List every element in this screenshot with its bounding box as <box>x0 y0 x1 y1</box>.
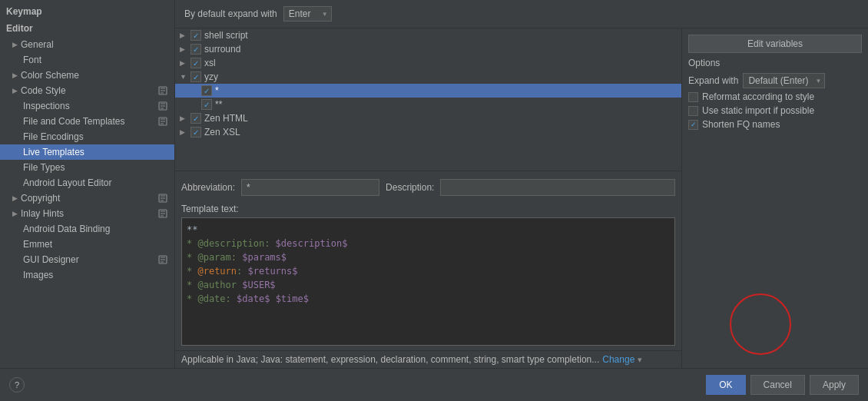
options-section: Options Expand with Default (Enter) Ente… <box>688 58 862 130</box>
abbreviation-section: Abbreviation: Description: <box>175 171 681 204</box>
tree-item-label: Zen HTML <box>204 113 248 124</box>
tree-checkbox[interactable] <box>190 127 201 138</box>
tree-item-xsl[interactable]: ▶ xsl <box>175 56 681 70</box>
main-content: By default expand with Enter Tab Space <box>175 0 868 368</box>
tree-item-yzy[interactable]: ▼ yzy <box>175 70 681 84</box>
static-import-label: Use static import if possible <box>702 105 814 116</box>
tree-arrow-icon: ▶ <box>180 59 190 67</box>
sidebar-item-label: File Encodings <box>23 131 84 142</box>
tree-container: ▶ shell script ▶ surround <box>175 28 681 171</box>
static-import-checkbox[interactable] <box>688 106 698 116</box>
sidebar-item-label: File and Code Templates <box>23 116 125 127</box>
shorten-fq-checkbox[interactable] <box>688 120 698 130</box>
tree-item-shell-script[interactable]: ▶ shell script <box>175 28 681 42</box>
tree-checkbox[interactable] <box>201 99 212 110</box>
reformat-checkbox[interactable] <box>688 92 698 102</box>
tree-checkbox[interactable] <box>201 85 212 96</box>
sidebar-item-label: Android Layout Editor <box>23 177 111 188</box>
tree-checkbox[interactable] <box>190 30 201 41</box>
ok-button[interactable]: OK <box>706 375 745 395</box>
expand-dropdown[interactable]: Enter Tab Space <box>283 6 332 22</box>
applicable-row: Applicable in Java; Java: statement, exp… <box>175 350 681 368</box>
reformat-row: Reformat according to style <box>688 91 862 102</box>
reformat-label: Reformat according to style <box>702 91 814 102</box>
sidebar-item-general[interactable]: ▶ General <box>0 37 174 52</box>
sidebar-item-android-data-binding[interactable]: Android Data Binding <box>0 221 174 237</box>
sidebar-item-live-templates[interactable]: Live Templates <box>0 144 174 160</box>
dialog-footer: ? OK Cancel Apply <box>0 368 868 401</box>
edit-variables-button[interactable]: Edit variables <box>688 35 862 53</box>
tree-item-surround[interactable]: ▶ surround <box>175 42 681 56</box>
template-text-section: Template text: ** * @description: $descr… <box>175 204 681 350</box>
sidebar-item-label: General <box>21 39 54 50</box>
sidebar-item-gui-designer[interactable]: GUI Designer <box>0 252 174 267</box>
sidebar-item-label: Live Templates <box>23 147 84 157</box>
sidebar-item-file-encodings[interactable]: File Encodings <box>0 129 174 144</box>
tree-checkbox[interactable] <box>190 44 201 55</box>
keymap-section: Keymap <box>0 3 174 20</box>
sidebar-item-file-and-code-templates[interactable]: File and Code Templates <box>0 114 174 129</box>
tree-checkbox[interactable] <box>190 58 201 68</box>
change-link[interactable]: Change <box>602 354 634 365</box>
options-label: Options <box>688 58 862 68</box>
sidebar-item-images[interactable]: Images <box>0 267 174 283</box>
tree-item-yzy-star[interactable]: * <box>175 84 681 98</box>
chevron-down-icon: ▾ <box>638 355 642 365</box>
arrow-icon: ▶ <box>12 71 18 79</box>
sidebar-item-file-types[interactable]: File Types <box>0 160 174 175</box>
tree-item-zen-xsl[interactable]: ▶ Zen XSL <box>175 125 681 139</box>
tree-checkbox[interactable] <box>190 113 201 124</box>
template-editor[interactable]: ** * @description: $description$ * @para… <box>181 217 675 346</box>
arrow-icon: ▶ <box>12 87 18 94</box>
editor-section: Editor <box>0 20 174 37</box>
template-label: Template text: <box>181 204 675 214</box>
sidebar-item-label: Emmet <box>23 239 52 250</box>
tree-item-label: * <box>215 85 219 96</box>
tree-item-zen-html[interactable]: ▶ Zen HTML <box>175 111 681 125</box>
sidebar-item-color-scheme[interactable]: ▶ Color Scheme <box>0 68 174 83</box>
sidebar-item-label: Inlay Hints <box>21 208 64 219</box>
arrow-icon: ▶ <box>12 210 18 217</box>
sidebar-item-label: Copyright <box>21 193 60 204</box>
sidebar-item-label: Android Data Binding <box>23 224 110 234</box>
tree-arrow-icon: ▶ <box>180 45 190 53</box>
sidebar-item-android-layout-editor[interactable]: Android Layout Editor <box>0 175 174 191</box>
expand-with-dropdown[interactable]: Default (Enter) Enter Tab Space <box>743 73 825 88</box>
expand-label: By default expand with <box>184 8 277 19</box>
sidebar-item-copyright[interactable]: ▶ Copyright <box>0 191 174 206</box>
sidebar-item-label: File Types <box>23 162 65 173</box>
gear-icon <box>157 208 168 219</box>
tree-item-label: xsl <box>204 58 216 68</box>
gear-icon <box>157 116 168 127</box>
help-icon[interactable]: ? <box>9 377 25 393</box>
tree-item-label: shell script <box>204 30 248 41</box>
sidebar-item-inlay-hints[interactable]: ▶ Inlay Hints <box>0 206 174 221</box>
expand-dropdown-wrapper[interactable]: Enter Tab Space <box>283 6 332 22</box>
gear-icon <box>157 254 168 265</box>
detail-panel: Edit variables Options Expand with Defau… <box>682 28 868 368</box>
sidebar-item-emmet[interactable]: Emmet <box>0 237 174 252</box>
expand-with-label: Expand with <box>688 75 738 86</box>
split-area: ▶ shell script ▶ surround <box>175 28 868 368</box>
abbr-row: Abbreviation: Description: <box>181 176 675 199</box>
gear-icon <box>157 101 168 111</box>
gear-icon <box>157 193 168 204</box>
tree-item-yzy-double-star[interactable]: ** <box>175 98 681 111</box>
sidebar-item-font[interactable]: Font <box>0 52 174 68</box>
sidebar-item-inspections[interactable]: Inspections <box>0 98 174 114</box>
abbreviation-input[interactable] <box>241 179 379 196</box>
tree-item-label: yzy <box>204 71 218 82</box>
expand-with-dropdown-wrapper[interactable]: Default (Enter) Enter Tab Space <box>743 73 825 88</box>
tree-item-label: surround <box>204 44 240 55</box>
sidebar-item-code-style[interactable]: ▶ Code Style <box>0 83 174 98</box>
tree-arrow-icon: ▶ <box>180 114 190 122</box>
description-input[interactable] <box>440 179 675 196</box>
tree-item-label: Zen XSL <box>204 127 240 138</box>
sidebar-item-label: Images <box>23 270 53 280</box>
cancel-button[interactable]: Cancel <box>750 375 805 395</box>
tree-checkbox[interactable] <box>190 71 201 82</box>
apply-button[interactable]: Apply <box>810 375 859 395</box>
applicable-text: Applicable in Java; Java: statement, exp… <box>181 354 599 365</box>
expand-with-row: Expand with Default (Enter) Enter Tab Sp… <box>688 73 862 88</box>
sidebar-item-label: GUI Designer <box>23 254 79 265</box>
